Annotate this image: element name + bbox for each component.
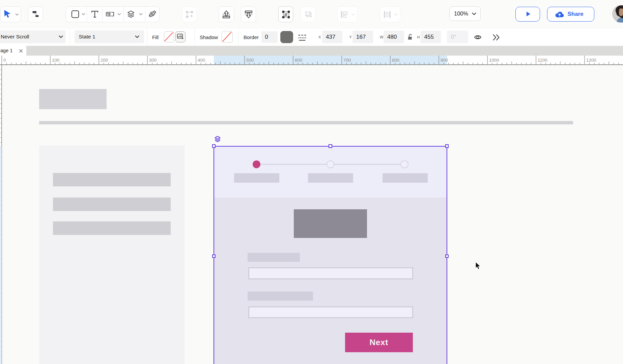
svg-text:1200: 1200: [586, 58, 596, 63]
svg-text:100: 100: [52, 58, 59, 63]
svg-text:800: 800: [392, 58, 399, 63]
svg-text:0: 0: [3, 58, 6, 63]
svg-text:900: 900: [441, 58, 448, 63]
svg-text:200: 200: [101, 58, 108, 63]
svg-text:1100: 1100: [538, 58, 547, 63]
svg-text:1000: 1000: [489, 58, 499, 63]
svg-text:400: 400: [198, 58, 205, 63]
svg-text:300: 300: [149, 58, 157, 63]
svg-text:600: 600: [295, 58, 302, 63]
svg-text:700: 700: [343, 58, 351, 63]
svg-text:500: 500: [246, 58, 254, 63]
